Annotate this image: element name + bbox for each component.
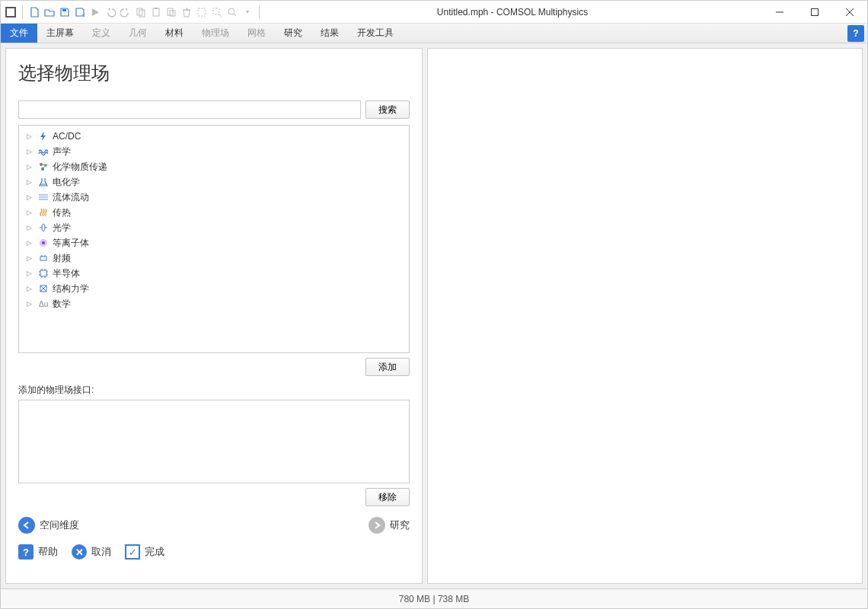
tree-item[interactable]: ▷化学物质传递 — [21, 159, 407, 174]
tab-materials[interactable]: 材料 — [156, 24, 193, 43]
close-button[interactable] — [832, 1, 867, 24]
svg-rect-24 — [40, 257, 46, 260]
tree-item[interactable]: ▷传热 — [21, 205, 407, 220]
redo-icon[interactable] — [119, 5, 132, 19]
undo-icon[interactable] — [104, 5, 117, 19]
panel-title: 选择物理场 — [18, 61, 410, 85]
tree-item[interactable]: ▷声学 — [21, 144, 407, 159]
zoom-select-icon[interactable] — [210, 5, 224, 19]
expand-caret-icon[interactable]: ▷ — [27, 254, 34, 262]
svg-rect-10 — [213, 8, 219, 14]
tab-results[interactable]: 结果 — [311, 24, 348, 43]
svg-rect-6 — [155, 8, 158, 9]
quick-access-toolbar: ▾ — [1, 5, 263, 19]
delete-icon[interactable] — [180, 5, 193, 19]
svg-point-23 — [42, 241, 45, 244]
svg-rect-25 — [40, 270, 46, 276]
nav-prev-button[interactable]: 空间维度 — [18, 517, 79, 534]
physics-category-icon — [37, 222, 49, 234]
minimize-button[interactable] — [762, 1, 797, 24]
physics-category-icon — [37, 176, 49, 188]
tree-item-label: 半导体 — [53, 267, 80, 280]
copy-icon[interactable] — [134, 5, 148, 19]
open-icon[interactable] — [43, 5, 56, 19]
tree-item-label: 流体流动 — [53, 191, 89, 204]
expand-caret-icon[interactable]: ▷ — [27, 148, 34, 155]
expand-caret-icon[interactable]: ▷ — [27, 300, 34, 308]
physics-category-icon — [37, 252, 49, 264]
nav-next-button[interactable]: 研究 — [369, 517, 410, 534]
tree-item-label: 结构力学 — [53, 282, 89, 295]
expand-caret-icon[interactable]: ▷ — [27, 163, 34, 171]
tab-file[interactable]: 文件 — [1, 24, 37, 43]
add-button[interactable]: 添加 — [365, 358, 410, 376]
tab-home[interactable]: 主屏幕 — [37, 24, 83, 43]
tree-item[interactable]: ▷流体流动 — [21, 190, 407, 205]
physics-category-icon: Δu — [37, 298, 49, 310]
tree-item-label: 射频 — [53, 252, 71, 265]
done-button[interactable]: ✓ 完成 — [125, 544, 164, 560]
physics-category-icon — [37, 191, 49, 203]
help-label: 帮助 — [38, 545, 58, 559]
saveas-icon[interactable] — [73, 5, 87, 19]
tree-item[interactable]: ▷光学 — [21, 220, 407, 235]
expand-caret-icon[interactable]: ▷ — [27, 178, 34, 186]
physics-category-icon — [37, 145, 49, 158]
duplicate-icon[interactable] — [164, 5, 178, 19]
save-icon[interactable] — [58, 5, 72, 19]
physics-tree[interactable]: ▷AC/DC▷声学▷化学物质传递▷电化学▷流体流动▷传热▷光学▷等离子体▷射频▷… — [18, 125, 410, 353]
tab-mesh[interactable]: 网格 — [238, 24, 275, 43]
physics-selection-panel: 选择物理场 搜索 ▷AC/DC▷声学▷化学物质传递▷电化学▷流体流动▷传热▷光学… — [5, 48, 423, 584]
tree-item[interactable]: ▷等离子体 — [21, 235, 407, 250]
svg-rect-9 — [198, 8, 206, 16]
svg-text:Δu: Δu — [39, 300, 48, 308]
tree-item-label: 传热 — [53, 206, 71, 219]
added-interfaces-box[interactable] — [18, 400, 410, 483]
new-icon[interactable] — [27, 5, 41, 19]
cancel-button[interactable]: ✕ 取消 — [72, 544, 111, 560]
tab-geometry[interactable]: 几何 — [120, 24, 156, 43]
run-icon[interactable] — [88, 5, 102, 19]
paste-icon[interactable] — [149, 5, 163, 19]
physics-category-icon — [37, 267, 49, 279]
qat-dropdown-icon[interactable]: ▾ — [241, 5, 254, 19]
tree-item-label: 光学 — [53, 222, 71, 234]
memory-status: 780 MB | 738 MB — [399, 594, 470, 604]
zoom-icon[interactable] — [225, 5, 239, 19]
tree-item[interactable]: ▷AC/DC — [21, 129, 407, 144]
svg-rect-13 — [812, 8, 819, 15]
maximize-button[interactable] — [797, 1, 832, 24]
expand-caret-icon[interactable]: ▷ — [27, 193, 34, 201]
expand-caret-icon[interactable]: ▷ — [27, 132, 34, 140]
svg-rect-5 — [153, 8, 159, 16]
tab-developer[interactable]: 开发工具 — [348, 24, 403, 43]
tree-item-label: 数学 — [53, 298, 71, 311]
expand-caret-icon[interactable]: ▷ — [27, 209, 34, 216]
select-icon[interactable] — [195, 5, 209, 19]
tree-item[interactable]: ▷结构力学 — [21, 281, 407, 296]
expand-caret-icon[interactable]: ▷ — [27, 239, 34, 247]
expand-caret-icon[interactable]: ▷ — [27, 285, 34, 292]
tab-study[interactable]: 研究 — [275, 24, 311, 43]
tree-item[interactable]: ▷Δu数学 — [21, 296, 407, 311]
search-input[interactable] — [18, 100, 361, 119]
search-button[interactable]: 搜索 — [365, 100, 410, 119]
tab-physics[interactable]: 物理场 — [193, 24, 238, 43]
done-label: 完成 — [145, 545, 164, 559]
ribbon-help-button[interactable]: ? — [847, 25, 864, 42]
expand-caret-icon[interactable]: ▷ — [27, 224, 34, 231]
svg-point-21 — [42, 224, 45, 231]
remove-button[interactable]: 移除 — [365, 488, 410, 506]
tree-item-label: 等离子体 — [53, 237, 89, 250]
expand-caret-icon[interactable]: ▷ — [27, 269, 34, 277]
svg-rect-2 — [62, 9, 66, 11]
content-area: 选择物理场 搜索 ▷AC/DC▷声学▷化学物质传递▷电化学▷流体流动▷传热▷光学… — [1, 43, 867, 588]
help-icon: ? — [18, 544, 34, 560]
help-button[interactable]: ? 帮助 — [18, 544, 58, 560]
tree-item[interactable]: ▷射频 — [21, 250, 407, 266]
physics-category-icon — [37, 161, 49, 173]
tree-item[interactable]: ▷电化学 — [21, 174, 407, 190]
tab-definitions[interactable]: 定义 — [83, 24, 120, 43]
tree-item[interactable]: ▷半导体 — [21, 266, 407, 281]
cancel-label: 取消 — [91, 545, 111, 559]
